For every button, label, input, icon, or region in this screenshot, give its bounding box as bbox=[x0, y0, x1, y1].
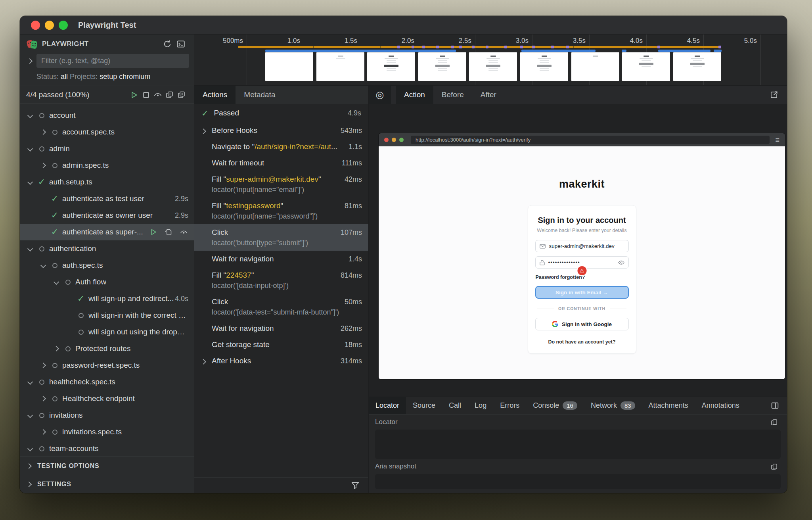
chevron-right-icon[interactable] bbox=[40, 363, 46, 368]
close-window-button[interactable] bbox=[31, 21, 40, 30]
tree-row[interactable]: invitations bbox=[20, 407, 194, 424]
tree-row[interactable]: admin bbox=[20, 140, 194, 157]
chevron-down-icon[interactable] bbox=[27, 179, 33, 185]
email-field[interactable]: super-admin@makerkit.dev bbox=[535, 240, 629, 252]
tree-row[interactable]: account bbox=[20, 107, 194, 124]
tree-row[interactable]: Protected routes bbox=[20, 340, 194, 357]
minimize-window-button[interactable] bbox=[45, 21, 54, 30]
chevron-right-icon[interactable] bbox=[201, 359, 206, 365]
tree-row[interactable]: will sign-in with the correct cr... bbox=[20, 307, 194, 324]
eye-icon[interactable] bbox=[179, 226, 188, 238]
tree-row[interactable]: ✓authenticate as super-... bbox=[20, 224, 194, 240]
chevron-down-icon[interactable] bbox=[27, 446, 33, 451]
action-row[interactable]: Fill "224537"814mslocator('[data-input-o… bbox=[194, 267, 368, 294]
copy-icon[interactable] bbox=[767, 416, 781, 428]
tree-row[interactable]: authentication bbox=[20, 240, 194, 257]
chevron-down-icon[interactable] bbox=[27, 246, 33, 251]
expand-filter-chevron-icon[interactable] bbox=[27, 58, 33, 63]
sidebar-section-settings[interactable]: SETTINGS bbox=[20, 475, 194, 493]
filmstrip-frame[interactable] bbox=[367, 52, 415, 81]
chevron-down-icon[interactable] bbox=[27, 379, 33, 385]
chevron-right-icon[interactable] bbox=[40, 129, 46, 135]
tree-row[interactable]: password-reset.spec.ts bbox=[20, 357, 194, 374]
chevron-down-icon[interactable] bbox=[40, 263, 46, 268]
refresh-icon[interactable] bbox=[161, 38, 174, 50]
tree-row[interactable]: ✓authenticate as owner user2.9s bbox=[20, 207, 194, 224]
copy-icon[interactable] bbox=[767, 461, 781, 472]
chevron-down-icon[interactable] bbox=[54, 279, 59, 285]
chevron-right-icon[interactable] bbox=[54, 346, 59, 351]
action-row[interactable]: Click50mslocator('[data-test="submit-mfa… bbox=[194, 294, 368, 320]
terminal-icon[interactable] bbox=[174, 38, 188, 50]
tab-attachments[interactable]: Attachments bbox=[642, 397, 695, 414]
tree-row[interactable]: team-accounts bbox=[20, 440, 194, 457]
action-row[interactable]: Fill "testingpassword"81mslocator('input… bbox=[194, 198, 368, 224]
open-external-icon[interactable] bbox=[767, 89, 781, 101]
sign-in-email-button[interactable]: Sign in with Email → bbox=[535, 286, 629, 299]
watch-all-eye-icon[interactable] bbox=[152, 89, 164, 101]
action-row[interactable]: Get storage state18ms bbox=[194, 336, 368, 353]
action-row[interactable]: Navigate to "/auth/sign-in?next=/aut...1… bbox=[194, 138, 368, 155]
chevron-right-icon[interactable] bbox=[201, 129, 206, 134]
tab-errors[interactable]: Errors bbox=[493, 397, 526, 414]
tree-row[interactable]: will sign out using the dropdo... bbox=[20, 324, 194, 340]
action-row[interactable]: Before Hooks543ms bbox=[194, 122, 368, 138]
filmstrip-frame[interactable] bbox=[520, 52, 568, 81]
tab-source[interactable]: Source bbox=[406, 397, 442, 414]
tree-row[interactable]: ✓will sign-up and redirect...4.0s bbox=[20, 290, 194, 307]
tab-annotations[interactable]: Annotations bbox=[695, 397, 746, 414]
signup-link[interactable]: Do not have an account yet? bbox=[548, 339, 615, 345]
tab-network[interactable]: Network83 bbox=[584, 397, 642, 414]
tab-before[interactable]: Before bbox=[433, 86, 472, 104]
sidebar-section-testing-options[interactable]: TESTING OPTIONS bbox=[20, 457, 194, 475]
stop-icon[interactable] bbox=[140, 89, 152, 101]
filter-input[interactable] bbox=[36, 54, 189, 68]
tree-row[interactable]: Auth flow bbox=[20, 274, 194, 290]
tree-row[interactable]: ✓auth.setup.ts bbox=[20, 174, 194, 190]
tree-row[interactable]: admin.spec.ts bbox=[20, 157, 194, 174]
tab-log[interactable]: Log bbox=[468, 397, 493, 414]
locator-editor[interactable] bbox=[375, 430, 781, 459]
filmstrip-frame[interactable] bbox=[571, 52, 619, 81]
filter-funnel-icon[interactable] bbox=[349, 480, 362, 491]
tree-row[interactable]: ✓authenticate as test user2.9s bbox=[20, 190, 194, 207]
filmstrip-frame[interactable] bbox=[622, 52, 670, 81]
chevron-right-icon[interactable] bbox=[40, 396, 46, 401]
tab-actions[interactable]: Actions bbox=[194, 86, 236, 104]
action-row[interactable]: After Hooks314ms bbox=[194, 353, 368, 369]
toggle-password-eye-icon[interactable] bbox=[618, 260, 624, 265]
action-row[interactable]: Fill "super-admin@makerkit.dev"42mslocat… bbox=[194, 171, 368, 198]
filmstrip-frame[interactable] bbox=[418, 52, 466, 81]
browser-address-bar[interactable]: http://localhost:3000/auth/sign-in?next=… bbox=[411, 136, 770, 144]
collapse-all-icon[interactable] bbox=[164, 89, 176, 101]
tab-action[interactable]: Action bbox=[396, 86, 433, 104]
chevron-down-icon[interactable] bbox=[27, 413, 33, 418]
sign-in-google-button[interactable]: Sign in with Google bbox=[535, 318, 629, 330]
tree-row[interactable]: auth.spec.ts bbox=[20, 257, 194, 274]
chevron-down-icon[interactable] bbox=[27, 146, 33, 152]
split-view-icon[interactable] bbox=[768, 400, 781, 412]
tab-locator[interactable]: Locator bbox=[369, 397, 406, 414]
run-all-icon[interactable] bbox=[128, 89, 140, 101]
expand-all-icon[interactable] bbox=[176, 89, 188, 101]
tree-row[interactable]: healthcheck.spec.ts bbox=[20, 374, 194, 390]
filmstrip-frame[interactable] bbox=[265, 52, 313, 81]
action-row[interactable]: Click107mslocator('button[type="submit"]… bbox=[194, 224, 368, 251]
pick-locator-target-icon[interactable]: ◎ bbox=[369, 86, 391, 104]
chevron-down-icon[interactable] bbox=[27, 113, 33, 118]
tree-row[interactable]: invitations.spec.ts bbox=[20, 424, 194, 440]
filter-status-line[interactable]: Status: all Projects: setup chromium bbox=[20, 69, 194, 86]
play-icon[interactable] bbox=[149, 226, 158, 238]
filmstrip-frame[interactable] bbox=[469, 52, 517, 81]
tree-row[interactable]: Healthcheck endpoint bbox=[20, 390, 194, 407]
action-row[interactable]: Wait for navigation1.4s bbox=[194, 251, 368, 267]
trace-timeline[interactable]: 500ms1.0s1.5s2.0s2.5s3.0s3.5s4.0s4.5s5.0… bbox=[194, 35, 787, 86]
filmstrip-frame[interactable] bbox=[316, 52, 364, 81]
action-row[interactable]: Wait for navigation262ms bbox=[194, 320, 368, 336]
tab-after[interactable]: After bbox=[472, 86, 505, 104]
chevron-right-icon[interactable] bbox=[40, 429, 46, 435]
tree-row[interactable]: account.spec.ts bbox=[20, 124, 194, 140]
zoom-window-button[interactable] bbox=[59, 21, 68, 30]
filmstrip-frame[interactable] bbox=[673, 52, 721, 81]
password-forgotten-link[interactable]: Password forgotten? bbox=[536, 274, 585, 280]
